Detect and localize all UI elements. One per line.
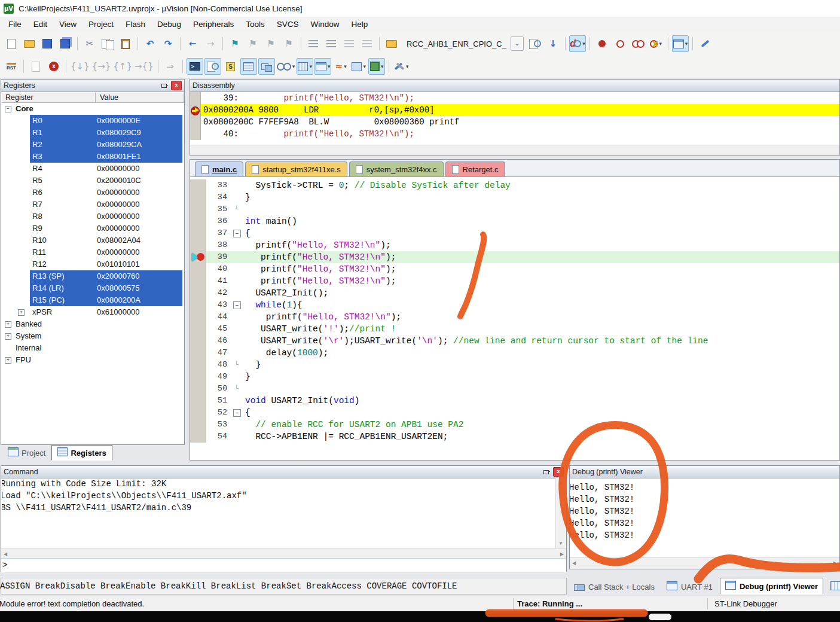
code-line-54[interactable]: 54 RCC->APB1ENR |= RCC_APB1ENR_USART2EN; <box>190 431 839 443</box>
expand-icon[interactable]: + <box>5 333 11 340</box>
open-file-icon[interactable] <box>21 35 38 52</box>
save-all-icon[interactable] <box>57 35 74 52</box>
register-row-system[interactable]: +System <box>1 330 184 342</box>
prev-bookmark-icon[interactable]: ⚑ <box>245 35 261 52</box>
collapse-icon[interactable]: − <box>5 106 11 112</box>
register-row-fpu[interactable]: +FPU <box>1 354 184 366</box>
nav-forward-icon[interactable]: → <box>202 35 219 52</box>
expand-icon[interactable]: + <box>5 321 11 328</box>
command-window-icon[interactable]: > <box>187 58 203 75</box>
memory-window-icon[interactable]: ▾ <box>297 58 313 75</box>
scroll-down-icon[interactable]: ▼ <box>558 541 563 546</box>
disassembly-content[interactable]: 39: printf("Hello, STM32!\n");0x0800200A… <box>190 92 839 140</box>
code-line-44[interactable]: 44 printf("Hello, STM32!\n"); <box>190 311 839 323</box>
scroll-left-icon[interactable]: ◀ <box>4 551 7 557</box>
editor-tab-startup-stm32f411xe-s[interactable]: startup_stm32f411xe.s <box>245 161 347 176</box>
chevron-down-icon[interactable]: ▾ <box>328 63 331 69</box>
register-row-r5[interactable]: R50x2000010C <box>1 175 184 187</box>
code-line-49[interactable]: 49} <box>190 371 839 383</box>
outdent-icon[interactable] <box>323 35 340 52</box>
find-in-files-icon[interactable] <box>383 35 400 52</box>
menu-flash[interactable]: Flash <box>120 17 151 32</box>
menu-debug[interactable]: Debug <box>151 17 187 32</box>
tab-registers[interactable]: Registers <box>51 445 112 461</box>
clear-bookmarks-icon[interactable]: ⚑ <box>280 35 297 52</box>
register-row-r14-lr-[interactable]: R14 (LR)0x08000575 <box>1 282 184 294</box>
register-row-r12[interactable]: R120x01010101 <box>1 258 184 270</box>
symbols-window-icon[interactable]: S <box>222 58 239 75</box>
register-row-r10[interactable]: R100x08002A04 <box>1 234 184 246</box>
printf-output[interactable]: Hello, STM32!Hello, STM32!Hello, STM32!H… <box>570 478 839 562</box>
register-row-r9[interactable]: R90x00000000 <box>1 222 184 234</box>
tab-partial[interactable] <box>826 579 840 594</box>
code-line-43[interactable]: 43− while(1){ <box>190 299 839 311</box>
find-in-doc-icon[interactable] <box>527 35 543 52</box>
fold-collapse-icon[interactable]: − <box>233 230 241 237</box>
menu-file[interactable]: File <box>2 17 28 32</box>
incremental-find-icon[interactable]: ↓ <box>545 35 561 52</box>
analysis-window-icon[interactable]: ≈▾ <box>332 58 349 75</box>
chevron-down-icon[interactable]: ▾ <box>406 63 409 69</box>
code-line-53[interactable]: 53 // enable RCC for USART2 on APB1 use … <box>190 419 839 431</box>
reset-icon[interactable]: RST <box>3 58 20 75</box>
tab-debug-printf-viewer[interactable]: Debug (printf) Viewer <box>720 578 823 594</box>
command-hscrollbar[interactable]: ◀ ▶ <box>1 548 566 559</box>
register-row-r11[interactable]: R110x00000000 <box>1 246 184 258</box>
next-bookmark-icon[interactable]: ⚑ <box>262 35 279 52</box>
chevron-down-icon[interactable]: ▾ <box>659 41 662 47</box>
scroll-right-icon[interactable]: ▶ <box>833 560 837 566</box>
disassembly-line[interactable]: 0x0800200C F7FEF9A8 BL.W 0x08000360 prin… <box>190 116 839 128</box>
code-line-35[interactable]: 35└ <box>190 203 839 215</box>
system-viewer-icon[interactable]: ▾ <box>368 58 385 75</box>
chevron-down-icon[interactable]: ▾ <box>363 63 366 69</box>
code-line-37[interactable]: 37−{ <box>190 227 839 239</box>
command-log[interactable]: Running with Code Size Limit: 32KLoad "C… <box>2 478 556 548</box>
step-out-icon[interactable]: {↑} <box>112 58 133 75</box>
chevron-down-icon[interactable]: ▾ <box>292 63 295 69</box>
menu-help[interactable]: Help <box>346 17 374 32</box>
register-row-core[interactable]: −Core <box>1 103 184 115</box>
chevron-down-icon[interactable]: ▾ <box>381 63 384 69</box>
scroll-left-icon[interactable]: ◀ <box>572 560 576 566</box>
command-help-bar[interactable]: ASSIGN BreakDisable BreakEnable BreakKil… <box>1 578 567 594</box>
show-next-statement-icon[interactable]: ⇒ <box>162 58 179 75</box>
undo-icon[interactable]: ↶ <box>142 35 158 52</box>
debug-session-icon[interactable]: d▾ <box>569 35 586 52</box>
disable-all-breakpoints-icon[interactable] <box>630 35 646 52</box>
code-line-48[interactable]: 48└ } <box>190 359 839 371</box>
code-line-45[interactable]: 45 USART_write('!');//print ! <box>190 323 839 335</box>
step-icon[interactable]: {↓} <box>70 58 90 75</box>
scroll-up-icon[interactable]: ▲ <box>558 480 563 486</box>
editor-tab-main-c[interactable]: main.c <box>195 161 243 176</box>
code-line-51[interactable]: 51void USART2_Init(void) <box>190 395 839 407</box>
editor-tab-system-stm32f4xx-c[interactable]: system_stm32f4xx.c <box>349 161 444 176</box>
code-line-46[interactable]: 46 USART_write('\r');USART_write('\n'); … <box>190 335 839 347</box>
menu-svcs[interactable]: SVCS <box>271 17 305 32</box>
redo-icon[interactable]: ↷ <box>160 35 176 52</box>
tab-project[interactable]: Project <box>2 445 51 461</box>
run-icon[interactable] <box>28 58 44 75</box>
scroll-right-icon[interactable]: ▶ <box>560 551 564 557</box>
menu-peripherals[interactable]: Peripherals <box>187 17 240 32</box>
debug-toolbox-icon[interactable]: ▾ <box>393 58 410 75</box>
register-row-r15-pc-[interactable]: R15 (PC)0x0800200A <box>1 294 184 306</box>
chevron-down-icon[interactable]: ▾ <box>685 41 688 47</box>
editor-tab-retarget-c[interactable]: Retarget.c <box>445 161 505 176</box>
paste-icon[interactable] <box>117 35 134 52</box>
code-line-52[interactable]: 52−{ <box>190 407 839 419</box>
registers-window-icon[interactable] <box>240 58 257 75</box>
code-line-36[interactable]: 36int main() <box>190 215 839 227</box>
menu-project[interactable]: Project <box>83 17 120 32</box>
register-row-r7[interactable]: R70x00000000 <box>1 199 184 211</box>
toggle-bookmark-icon[interactable]: ⚑ <box>227 35 243 52</box>
nav-back-icon[interactable]: ← <box>184 35 201 52</box>
register-row-r6[interactable]: R60x00000000 <box>1 187 184 199</box>
register-row-r13-sp-[interactable]: R13 (SP)0x20000760 <box>1 270 184 282</box>
chevron-down-icon[interactable]: ▾ <box>344 63 347 69</box>
register-column-header[interactable]: Register <box>1 92 96 103</box>
trace-window-icon[interactable]: ▾ <box>350 58 367 75</box>
disable-breakpoint-icon[interactable] <box>612 35 628 52</box>
watch-window-icon[interactable]: ▾ <box>276 58 296 75</box>
disassembly-line[interactable]: 40: printf("Hello, STM32!\n"); <box>190 128 839 140</box>
code-line-40[interactable]: 40 printf("Hello, STM32!\n"); <box>190 263 839 275</box>
